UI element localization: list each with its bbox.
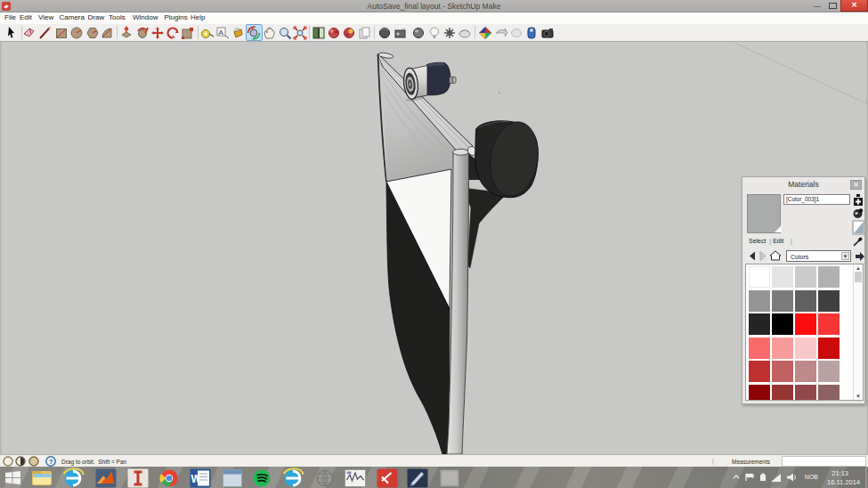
svg-text:?: ? (49, 458, 53, 466)
svg-text:A: A (219, 28, 224, 37)
svg-text:W: W (191, 473, 202, 485)
